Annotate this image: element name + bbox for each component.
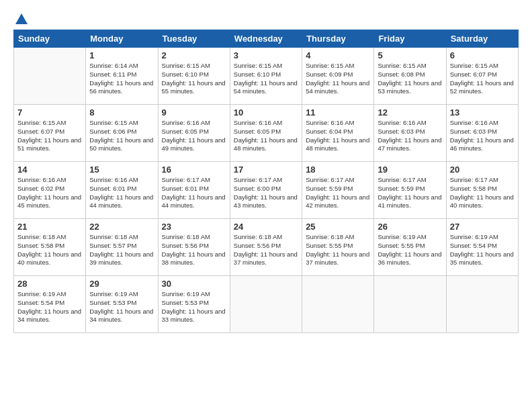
week-row-3: 21Sunrise: 6:18 AM Sunset: 5:58 PM Dayli… [14,219,519,276]
day-number: 5 [378,50,442,60]
day-number: 15 [89,165,154,175]
day-info: Sunrise: 6:17 AM Sunset: 5:58 PM Dayligh… [450,176,515,210]
day-number: 24 [234,222,298,232]
calendar-cell: 27Sunrise: 6:19 AM Sunset: 5:54 PM Dayli… [446,219,518,276]
week-row-0: 1Sunrise: 6:14 AM Sunset: 6:11 PM Daylig… [14,48,519,105]
day-number: 11 [306,107,370,118]
day-number: 23 [162,222,226,232]
weekday-header-sunday: Sunday [14,30,86,48]
calendar-cell [374,276,446,333]
calendar-cell [446,276,518,333]
weekday-header-friday: Friday [374,30,446,48]
weekday-header-row: SundayMondayTuesdayWednesdayThursdayFrid… [14,30,519,48]
day-number: 17 [234,165,298,175]
day-info: Sunrise: 6:19 AM Sunset: 5:54 PM Dayligh… [450,233,515,267]
calendar-cell: 22Sunrise: 6:18 AM Sunset: 5:57 PM Dayli… [86,219,158,276]
calendar-cell: 2Sunrise: 6:15 AM Sunset: 6:10 PM Daylig… [158,48,230,105]
day-info: Sunrise: 6:16 AM Sunset: 6:01 PM Dayligh… [89,176,154,210]
day-info: Sunrise: 6:15 AM Sunset: 6:08 PM Dayligh… [378,62,442,96]
calendar-cell: 5Sunrise: 6:15 AM Sunset: 6:08 PM Daylig… [374,48,446,105]
day-info: Sunrise: 6:17 AM Sunset: 5:59 PM Dayligh… [378,176,442,210]
calendar-cell: 1Sunrise: 6:14 AM Sunset: 6:11 PM Daylig… [86,48,158,105]
day-number: 6 [450,50,515,60]
day-number: 21 [17,222,82,232]
weekday-header-thursday: Thursday [302,30,374,48]
day-info: Sunrise: 6:19 AM Sunset: 5:54 PM Dayligh… [17,290,82,324]
day-info: Sunrise: 6:18 AM Sunset: 5:55 PM Dayligh… [306,233,370,267]
calendar-cell: 16Sunrise: 6:17 AM Sunset: 6:01 PM Dayli… [158,162,230,219]
week-row-4: 28Sunrise: 6:19 AM Sunset: 5:54 PM Dayli… [14,276,519,333]
calendar-cell: 3Sunrise: 6:15 AM Sunset: 6:10 PM Daylig… [230,48,302,105]
day-info: Sunrise: 6:18 AM Sunset: 5:56 PM Dayligh… [162,233,226,267]
day-info: Sunrise: 6:18 AM Sunset: 5:58 PM Dayligh… [17,233,82,267]
day-number: 16 [162,165,226,175]
weekday-header-monday: Monday [86,30,158,48]
calendar-cell: 7Sunrise: 6:15 AM Sunset: 6:07 PM Daylig… [14,105,86,162]
day-number: 4 [306,50,370,60]
day-number: 2 [162,50,226,60]
day-number: 9 [162,107,226,118]
day-info: Sunrise: 6:15 AM Sunset: 6:10 PM Dayligh… [162,62,226,96]
calendar-cell: 10Sunrise: 6:16 AM Sunset: 6:05 PM Dayli… [230,105,302,162]
day-number: 25 [306,222,370,232]
calendar-cell: 8Sunrise: 6:15 AM Sunset: 6:06 PM Daylig… [86,105,158,162]
day-number: 1 [89,50,154,60]
day-number: 28 [17,279,82,289]
calendar-cell: 11Sunrise: 6:16 AM Sunset: 6:04 PM Dayli… [302,105,374,162]
day-number: 10 [234,107,298,118]
day-info: Sunrise: 6:16 AM Sunset: 6:05 PM Dayligh… [162,119,226,153]
day-number: 8 [89,107,154,118]
day-number: 12 [378,107,442,118]
calendar-cell: 21Sunrise: 6:18 AM Sunset: 5:58 PM Dayli… [14,219,86,276]
day-info: Sunrise: 6:16 AM Sunset: 6:04 PM Dayligh… [306,119,370,153]
svg-marker-0 [15,13,28,24]
calendar-cell [14,48,86,105]
calendar-cell: 17Sunrise: 6:17 AM Sunset: 6:00 PM Dayli… [230,162,302,219]
logo-icon [14,12,29,26]
day-number: 3 [234,50,298,60]
calendar-cell: 19Sunrise: 6:17 AM Sunset: 5:59 PM Dayli… [374,162,446,219]
calendar-cell [302,276,374,333]
day-info: Sunrise: 6:15 AM Sunset: 6:06 PM Dayligh… [89,119,154,153]
calendar-cell: 14Sunrise: 6:16 AM Sunset: 6:02 PM Dayli… [14,162,86,219]
day-number: 30 [162,279,226,289]
day-info: Sunrise: 6:15 AM Sunset: 6:09 PM Dayligh… [306,62,370,96]
day-number: 18 [306,165,370,175]
calendar-cell: 24Sunrise: 6:18 AM Sunset: 5:56 PM Dayli… [230,219,302,276]
calendar-cell: 28Sunrise: 6:19 AM Sunset: 5:54 PM Dayli… [14,276,86,333]
calendar-cell: 6Sunrise: 6:15 AM Sunset: 6:07 PM Daylig… [446,48,518,105]
day-info: Sunrise: 6:16 AM Sunset: 6:03 PM Dayligh… [378,119,442,153]
day-info: Sunrise: 6:16 AM Sunset: 6:02 PM Dayligh… [17,176,82,210]
header [13,12,519,23]
day-info: Sunrise: 6:16 AM Sunset: 6:05 PM Dayligh… [234,119,298,153]
day-number: 26 [378,222,442,232]
calendar-cell: 26Sunrise: 6:19 AM Sunset: 5:55 PM Dayli… [374,219,446,276]
day-info: Sunrise: 6:14 AM Sunset: 6:11 PM Dayligh… [89,62,154,96]
day-number: 19 [378,165,442,175]
weekday-header-tuesday: Tuesday [158,30,230,48]
day-info: Sunrise: 6:19 AM Sunset: 5:53 PM Dayligh… [89,290,154,324]
calendar-cell: 15Sunrise: 6:16 AM Sunset: 6:01 PM Dayli… [86,162,158,219]
day-info: Sunrise: 6:15 AM Sunset: 6:10 PM Dayligh… [234,62,298,96]
week-row-2: 14Sunrise: 6:16 AM Sunset: 6:02 PM Dayli… [14,162,519,219]
calendar-cell: 23Sunrise: 6:18 AM Sunset: 5:56 PM Dayli… [158,219,230,276]
day-info: Sunrise: 6:17 AM Sunset: 6:01 PM Dayligh… [162,176,226,210]
calendar-cell: 4Sunrise: 6:15 AM Sunset: 6:09 PM Daylig… [302,48,374,105]
weekday-header-saturday: Saturday [446,30,518,48]
day-number: 20 [450,165,515,175]
day-info: Sunrise: 6:18 AM Sunset: 5:57 PM Dayligh… [89,233,154,267]
calendar-cell: 25Sunrise: 6:18 AM Sunset: 5:55 PM Dayli… [302,219,374,276]
calendar-cell: 29Sunrise: 6:19 AM Sunset: 5:53 PM Dayli… [86,276,158,333]
day-info: Sunrise: 6:19 AM Sunset: 5:53 PM Dayligh… [162,290,226,324]
calendar-cell: 30Sunrise: 6:19 AM Sunset: 5:53 PM Dayli… [158,276,230,333]
calendar-cell: 20Sunrise: 6:17 AM Sunset: 5:58 PM Dayli… [446,162,518,219]
day-info: Sunrise: 6:15 AM Sunset: 6:07 PM Dayligh… [17,119,82,153]
main-container: SundayMondayTuesdayWednesdayThursdayFrid… [0,0,532,411]
day-number: 14 [17,165,82,175]
calendar-cell: 13Sunrise: 6:16 AM Sunset: 6:03 PM Dayli… [446,105,518,162]
day-info: Sunrise: 6:16 AM Sunset: 6:03 PM Dayligh… [450,119,515,153]
calendar-cell: 9Sunrise: 6:16 AM Sunset: 6:05 PM Daylig… [158,105,230,162]
weekday-header-wednesday: Wednesday [230,30,302,48]
day-number: 22 [89,222,154,232]
day-number: 29 [89,279,154,289]
